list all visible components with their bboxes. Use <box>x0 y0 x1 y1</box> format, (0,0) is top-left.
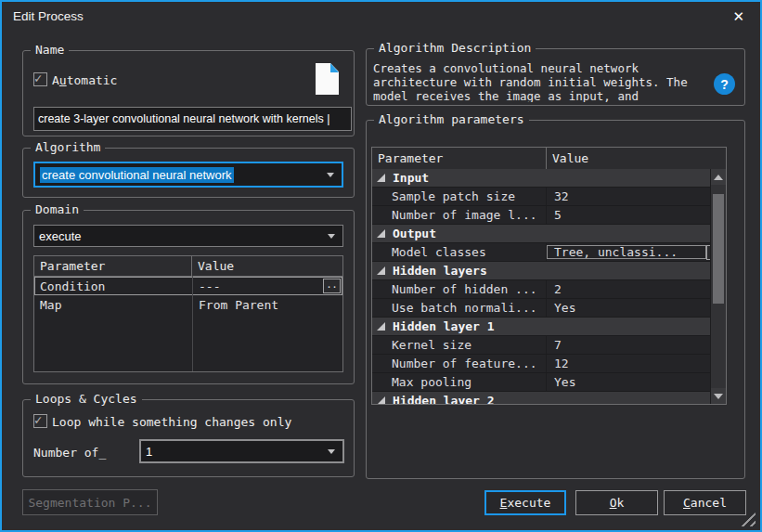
expand-icon[interactable] <box>377 174 385 182</box>
expand-icon[interactable] <box>377 266 385 275</box>
param-cell: Kernel size <box>372 336 547 354</box>
table-row[interactable]: Number of feature...12 <box>372 355 726 373</box>
titlebar[interactable]: Edit Process ✕ <box>2 2 760 32</box>
browse-button[interactable]: .. <box>323 279 341 293</box>
table-row[interactable]: Sample patch size32 <box>372 188 726 206</box>
value-cell: Yes <box>547 375 726 389</box>
column-header-parameter[interactable]: Parameter <box>372 148 547 169</box>
help-icon[interactable]: ? <box>714 73 735 95</box>
domain-combobox-value: execute <box>39 229 82 243</box>
scroll-up-button[interactable] <box>711 169 726 185</box>
table-row[interactable]: Use batch normali...Yes <box>372 299 726 318</box>
tree-group-row[interactable]: Output <box>372 225 726 243</box>
param-cell: Number of hidden ... <box>372 280 547 298</box>
tree-group-row[interactable]: Hidden layer 1 <box>372 318 726 336</box>
expand-icon[interactable] <box>377 396 385 404</box>
check-icon: ✓ <box>34 412 42 427</box>
loops-group-label: Loops & Cycles <box>31 392 142 407</box>
dropdown-arrow-icon[interactable] <box>328 449 335 454</box>
value-cell: Tree, unclassi... <box>547 245 706 259</box>
param-cell: Number of image l... <box>372 206 547 224</box>
param-cell: Map <box>34 298 192 312</box>
new-document-icon[interactable] <box>316 63 339 95</box>
scrollbar[interactable] <box>710 169 726 404</box>
table-row[interactable]: Number of image l...5 <box>372 206 726 225</box>
domain-group: Domain execute Parameter Value Condition… <box>22 210 355 384</box>
name-group: Name ✓ Automatic create 3-layer convolut… <box>22 50 355 136</box>
algorithm-parameters-label: Algorithm parameters <box>374 112 529 127</box>
scroll-down-button[interactable] <box>711 388 726 404</box>
group-label: Hidden layers <box>393 264 487 278</box>
process-name-input[interactable]: create 3-layer convolutional neural netw… <box>33 107 352 131</box>
automatic-checkbox[interactable]: ✓ <box>33 72 47 86</box>
table-row[interactable]: Number of hidden ...2 <box>372 280 726 299</box>
edit-process-dialog: Edit Process ✕ Name ✓ Automatic create 3… <box>0 0 762 532</box>
parameters-table: Parameter Value InputSample patch size32… <box>371 147 727 405</box>
name-group-label: Name <box>31 43 69 58</box>
dropdown-arrow-icon[interactable] <box>328 234 335 239</box>
dropdown-arrow-icon[interactable] <box>327 173 334 177</box>
algorithm-combobox[interactable]: create convolutional neural network <box>33 162 343 188</box>
triangle-up-icon <box>714 175 723 180</box>
group-label: Hidden layer 2 <box>393 394 495 404</box>
table-row[interactable]: Model classesTree, unclassi..... <box>372 243 726 262</box>
group-label: Hidden layer 1 <box>393 319 495 333</box>
value-cell: 12 <box>547 357 726 370</box>
description-line: Creates a convolutional neural network <box>373 61 718 75</box>
param-cell: Use batch normali... <box>372 299 547 317</box>
scrollbar-thumb[interactable] <box>713 194 724 304</box>
param-cell: Sample patch size <box>372 188 547 205</box>
algorithm-group-label: Algorithm <box>31 140 105 155</box>
parameters-table-body: InputSample patch size32Number of image … <box>372 169 726 404</box>
expand-icon[interactable] <box>377 322 385 331</box>
triangle-down-icon <box>714 394 723 399</box>
algorithm-group: Algorithm create convolutional neural ne… <box>22 148 355 198</box>
param-cell: Condition <box>34 279 192 293</box>
group-label: Input <box>393 171 429 185</box>
tree-group-row[interactable]: Hidden layer 2 <box>372 392 726 404</box>
loop-while-checkbox[interactable]: ✓ <box>33 414 47 428</box>
segmentation-button[interactable]: Segmentation P... <box>22 489 158 515</box>
column-header-value[interactable]: Value <box>192 256 342 276</box>
cancel-button[interactable]: Cancel <box>664 490 746 515</box>
description-line: model receives the image as input, and <box>373 89 718 102</box>
domain-table: Parameter Value Condition---..MapFrom Pa… <box>33 255 343 372</box>
table-row[interactable]: Max poolingYes <box>372 373 726 392</box>
value-cell: --- <box>192 279 323 293</box>
param-cell: Model classes <box>372 243 547 261</box>
table-row[interactable]: MapFrom Parent <box>34 295 342 314</box>
domain-table-header: Parameter Value <box>34 256 342 277</box>
number-of-combobox[interactable]: 1 <box>139 439 344 463</box>
value-cell: 5 <box>547 208 726 222</box>
domain-group-label: Domain <box>31 202 84 217</box>
param-cell: Max pooling <box>372 373 547 391</box>
automatic-checkbox-label: Automatic <box>52 73 117 87</box>
check-icon: ✓ <box>34 71 42 85</box>
algorithm-description-group: Algorithm Description Creates a convolut… <box>366 48 745 106</box>
algorithm-parameters-group: Algorithm parameters Parameter Value Inp… <box>366 120 745 479</box>
dialog-title: Edit Process <box>13 9 84 23</box>
algorithm-description-label: Algorithm Description <box>374 41 536 56</box>
value-cell: 7 <box>547 338 726 352</box>
parameters-table-header: Parameter Value <box>372 148 726 170</box>
table-row[interactable]: Condition---.. <box>34 277 342 295</box>
tree-group-row[interactable]: Input <box>372 169 726 188</box>
algorithm-combobox-value: create convolutional neural network <box>40 167 234 183</box>
column-header-value[interactable]: Value <box>547 148 726 169</box>
number-of-combobox-value: 1 <box>146 445 152 459</box>
domain-combobox[interactable]: execute <box>33 225 343 247</box>
loop-while-checkbox-label: Loop while something changes only <box>52 415 291 429</box>
column-header-parameter[interactable]: Parameter <box>34 256 192 276</box>
table-row[interactable]: Kernel size7 <box>372 336 726 355</box>
value-cell: Yes <box>547 301 726 315</box>
close-icon[interactable]: ✕ <box>732 8 744 25</box>
execute-button[interactable]: Execute <box>484 490 566 515</box>
value-cell: 2 <box>547 282 726 296</box>
expand-icon[interactable] <box>377 229 385 238</box>
ok-button[interactable]: Ok <box>575 490 658 515</box>
value-cell: From Parent <box>192 298 342 312</box>
column-divider <box>192 276 193 371</box>
loops-group: Loops & Cycles ✓ Loop while something ch… <box>22 399 355 477</box>
tree-group-row[interactable]: Hidden layers <box>372 262 726 280</box>
number-of-label: Number of_ <box>33 446 106 460</box>
